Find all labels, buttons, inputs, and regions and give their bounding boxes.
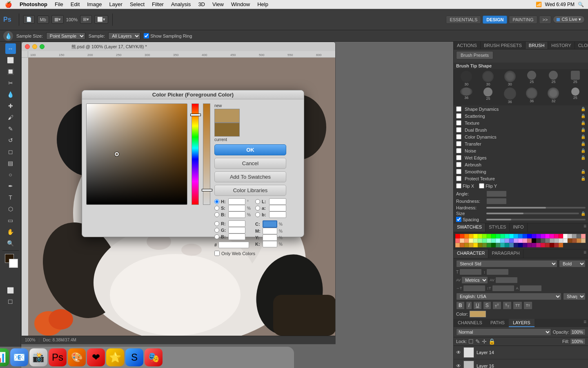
swatch-cell[interactable] [469, 243, 473, 247]
swatch-cell[interactable] [482, 234, 487, 238]
brush-item[interactable]: 36 [500, 88, 520, 104]
menu-view[interactable]: View [209, 0, 227, 8]
spacing-check[interactable] [456, 217, 461, 222]
tab-paths[interactable]: PATHS [486, 319, 509, 327]
swatch-cell[interactable] [559, 243, 563, 247]
swatch-cell[interactable] [527, 234, 532, 238]
lasso-tool[interactable]: 🔲 [5, 66, 16, 77]
swatch-cell[interactable] [577, 238, 581, 243]
swatch-cell[interactable] [554, 234, 559, 238]
background-color[interactable] [9, 259, 18, 268]
swatch-cell[interactable] [496, 238, 500, 243]
swatch-cell[interactable] [473, 234, 478, 238]
minimize-window-btn[interactable] [32, 44, 37, 49]
text-color-swatch[interactable] [470, 311, 486, 317]
b3-input[interactable]: 34 [269, 211, 286, 218]
arrange-btn[interactable]: ⊞▾ [80, 15, 92, 24]
superscript-btn[interactable]: TT [492, 301, 501, 310]
swatch-cell[interactable] [464, 243, 469, 247]
crop-tool[interactable]: ✂ [5, 78, 16, 88]
swatch-cell[interactable] [545, 243, 550, 247]
dock-icon-17[interactable]: 🎭 [145, 348, 163, 366]
swatch-cell[interactable] [473, 243, 478, 247]
brush-item[interactable]: 25 [565, 88, 586, 104]
tab-brush-presets[interactable]: BRUSH PRESETS [481, 42, 526, 49]
antialias-select[interactable]: Sharp [563, 293, 586, 300]
swatch-cell[interactable] [523, 234, 527, 238]
transfer-check[interactable] [456, 141, 461, 146]
baseline-input[interactable]: 0 pt [519, 285, 542, 292]
flip-x-label[interactable]: Flip X [456, 183, 474, 188]
dock-icon-15[interactable]: ⭐ [106, 348, 124, 366]
menu-layer[interactable]: Layer [106, 0, 126, 8]
swatch-cell[interactable] [532, 234, 536, 238]
swatch-cell[interactable] [491, 243, 496, 247]
healing-tool[interactable]: ✚ [5, 101, 16, 111]
roundness-input[interactable] [486, 198, 507, 204]
swatch-cell[interactable] [523, 238, 527, 243]
dock-icon-14[interactable]: ❤ [87, 348, 105, 366]
new-document-btn[interactable]: 📄 [23, 15, 35, 24]
swatch-cell[interactable] [487, 243, 491, 247]
italic-btn[interactable]: I [466, 301, 472, 310]
blend-mode-select[interactable]: Normal [456, 328, 551, 336]
brush-tool[interactable]: 🖌 [5, 112, 16, 123]
swatch-cell[interactable] [527, 238, 532, 243]
mb-btn[interactable]: Mb [37, 16, 49, 24]
painting-btn[interactable]: PAINTING [509, 16, 537, 24]
caps-btn[interactable]: TT [513, 301, 522, 310]
r-radio[interactable] [214, 221, 219, 226]
gradient-tool[interactable]: ▤ [5, 158, 16, 168]
swatch-cell[interactable] [505, 234, 509, 238]
swatch-cell[interactable] [509, 238, 514, 243]
path-tool[interactable]: ⬡ [5, 204, 16, 214]
m-input[interactable]: 35 [263, 228, 277, 234]
swatch-cell[interactable] [509, 234, 514, 238]
l-input[interactable]: 64 [269, 198, 286, 205]
dock-skype[interactable]: S [125, 348, 143, 366]
swatch-cell[interactable] [455, 238, 460, 243]
b2-radio[interactable] [214, 234, 219, 239]
swatch-cell[interactable] [550, 234, 554, 238]
dock-icon-10[interactable]: 📧 [10, 348, 28, 366]
swatch-cell[interactable] [568, 238, 572, 243]
swatch-cell[interactable] [518, 234, 523, 238]
design-btn[interactable]: DESIGN [483, 16, 507, 24]
b2-input[interactable]: 93 [228, 233, 245, 240]
menu-window[interactable]: Window [228, 0, 253, 8]
swatch-cell[interactable] [514, 243, 518, 247]
swatch-cell[interactable] [536, 238, 541, 243]
history-brush[interactable]: ↺ [5, 135, 16, 146]
add-to-swatches-button[interactable]: Add To Swatches [214, 171, 286, 182]
swatch-cell[interactable] [532, 243, 536, 247]
sample-size-select[interactable]: Point Sample [46, 32, 85, 40]
quick-mask-btn[interactable]: ⬜ [5, 285, 16, 296]
swatch-cell[interactable] [469, 238, 473, 243]
swatch-cell[interactable] [464, 238, 469, 243]
subscript-btn[interactable]: TT [503, 301, 512, 310]
pen-tool[interactable]: ✒ [5, 181, 16, 191]
lock-transparent-btn[interactable]: ☐ [468, 338, 474, 345]
dock-ps-icon[interactable]: Ps [49, 348, 67, 366]
view-select-btn[interactable]: ▦▾ [51, 15, 64, 24]
swatch-cell[interactable] [577, 234, 581, 238]
shape-dynamics-check[interactable] [456, 106, 461, 112]
swatch-cell[interactable] [518, 238, 523, 243]
eyedropper-tool[interactable]: 💧 [5, 89, 16, 100]
tracking-input[interactable]: 0 [495, 277, 518, 283]
lock-position-btn[interactable]: ✛ [482, 338, 487, 345]
texture-check[interactable] [456, 120, 461, 126]
close-window-btn[interactable] [25, 44, 30, 49]
small-caps-btn[interactable]: TT [523, 301, 532, 310]
swatch-cell[interactable] [527, 243, 532, 247]
menu-select[interactable]: Select [127, 0, 148, 8]
swatch-cell[interactable] [559, 234, 563, 238]
swatch-cell[interactable] [460, 238, 464, 243]
swatch-cell[interactable] [482, 238, 487, 243]
swatch-cell[interactable] [563, 234, 568, 238]
show-sampling-checkbox[interactable] [144, 33, 149, 38]
swatch-cell[interactable] [469, 234, 473, 238]
menu-filter[interactable]: Filter [149, 0, 167, 8]
swatch-cell[interactable] [460, 234, 464, 238]
b-radio[interactable] [214, 212, 219, 217]
